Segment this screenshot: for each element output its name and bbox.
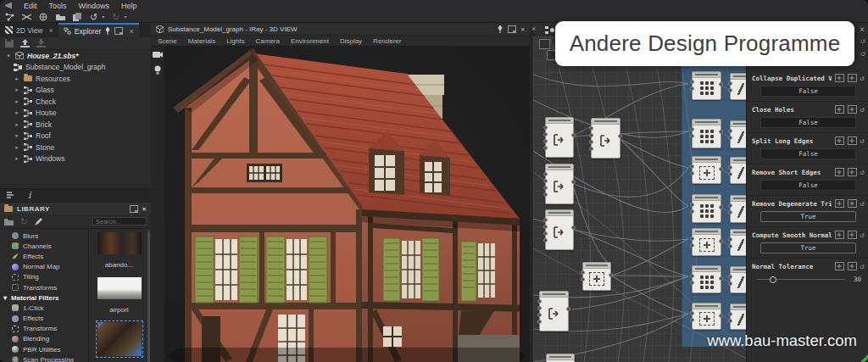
reset-icon[interactable]: ↺ — [860, 231, 865, 238]
refresh-icon[interactable]: ↻ — [20, 217, 28, 226]
menu-materials[interactable]: Materials — [188, 37, 215, 45]
graph-node-scatter[interactable] — [730, 229, 746, 256]
float-panel-icon[interactable] — [114, 27, 123, 35]
library-item-1-click[interactable]: 1-Click — [0, 303, 88, 313]
tree-item-stone[interactable]: ▸ Stone — [0, 142, 151, 153]
save-icon[interactable] — [5, 39, 14, 47]
expose-icon[interactable] — [848, 74, 857, 82]
reset-icon[interactable]: ↺ — [860, 200, 865, 207]
lightbulb-icon[interactable] — [154, 65, 161, 75]
reset-icon[interactable]: ↺ — [860, 169, 865, 175]
graph-node-partial[interactable] — [546, 354, 575, 362]
menu-windows[interactable]: Windows — [79, 2, 110, 10]
menu-environment[interactable]: Environment — [291, 37, 329, 45]
chevron-right-icon[interactable]: ▸ — [14, 86, 20, 93]
expose-icon[interactable] — [848, 262, 857, 270]
close-2d-view-icon[interactable]: × — [49, 26, 53, 35]
property-value[interactable]: False — [760, 86, 856, 97]
publish-icon[interactable] — [39, 13, 48, 21]
expose-icon[interactable] — [848, 199, 857, 208]
graph-node-scatter[interactable] — [730, 304, 746, 330]
tree-root[interactable]: ▾ House_21.sbs* — [0, 50, 151, 62]
menu-lights[interactable]: Lights — [226, 37, 244, 45]
export-icon[interactable] — [20, 39, 30, 47]
library-item-blurs[interactable]: Blurs — [0, 231, 88, 241]
menu-edit[interactable]: Edit — [24, 2, 37, 10]
open-folder-icon[interactable] — [56, 13, 65, 21]
tree-item-house[interactable]: ▸ House — [0, 108, 151, 120]
tree-item-roof[interactable]: ▸ Roof — [0, 131, 151, 142]
tree-item-model-graph[interactable]: Substance_Model_graph — [0, 62, 151, 74]
library-item-normal-map[interactable]: Normal Map — [0, 262, 88, 272]
function-icon[interactable] — [835, 231, 844, 239]
property-value[interactable]: True — [760, 242, 856, 253]
thumbnail-airport[interactable] — [97, 277, 142, 299]
graph-node-uv-unwrap[interactable] — [692, 71, 721, 100]
chevron-right-icon[interactable]: ▸ — [14, 155, 20, 162]
graph-node-scatter[interactable] — [730, 195, 746, 223]
graph-node-transform[interactable] — [692, 303, 721, 330]
graph-node-merge[interactable] — [545, 117, 574, 158]
property-value[interactable]: False — [760, 117, 856, 128]
chevron-right-icon[interactable]: ▸ — [14, 121, 20, 128]
tree-item-brick[interactable]: ▸ Brick — [0, 119, 151, 131]
library-item-effects[interactable]: Effects — [0, 251, 88, 261]
tab-2d-view[interactable]: 2D View × — [0, 23, 58, 37]
function-icon[interactable] — [835, 74, 844, 82]
library-item-pbr-utilities[interactable]: PBR Utilities — [0, 344, 88, 354]
library-item-scan-processing[interactable]: Scan Processing — [0, 354, 88, 362]
close-graph-icon[interactable]: × — [531, 25, 536, 33]
tree-item-check[interactable]: ▸ Check — [0, 96, 151, 108]
close-viewport-icon[interactable]: × — [520, 25, 525, 33]
graph-node-transform[interactable] — [582, 262, 611, 291]
function-icon[interactable] — [835, 168, 844, 176]
slider-handle[interactable] — [770, 276, 776, 283]
marquee-select-icon[interactable] — [539, 39, 550, 49]
graph-node-scatter[interactable] — [730, 266, 746, 293]
chevron-right-icon[interactable]: ▸ — [14, 75, 20, 82]
camera-icon[interactable] — [153, 51, 163, 58]
graph-node-scatter[interactable] — [730, 73, 746, 100]
graph-node-uv-unwrap[interactable] — [692, 194, 721, 223]
switch-graph-icon[interactable] — [22, 13, 31, 21]
search-input[interactable] — [92, 217, 147, 226]
close-library-icon[interactable]: × — [142, 205, 147, 213]
info-tab-icon[interactable]: i — [28, 190, 31, 201]
reset-icon[interactable]: ↺ — [860, 75, 865, 81]
tree-item-resources[interactable]: ▸ Resources — [0, 73, 151, 85]
chevron-right-icon[interactable]: ▸ — [14, 98, 20, 105]
pin-icon[interactable] — [104, 27, 111, 35]
graph-node-merge[interactable] — [545, 164, 574, 204]
graph-canvas[interactable]: beam — [533, 36, 746, 362]
library-item-transforms[interactable]: Transforms — [0, 282, 88, 292]
expose-icon[interactable] — [848, 136, 857, 145]
function-icon[interactable] — [835, 105, 844, 114]
tree-item-glass[interactable]: ▸ Glass — [0, 85, 151, 97]
library-item-effects-2[interactable]: Effects — [0, 314, 88, 324]
expose-icon[interactable] — [848, 105, 857, 114]
import-icon[interactable] — [36, 39, 46, 47]
library-item-blending[interactable]: Blending — [0, 334, 88, 344]
new-file-icon[interactable] — [73, 13, 82, 21]
menu-tools[interactable]: Tools — [49, 2, 67, 10]
graph-node-scatter[interactable] — [730, 120, 746, 148]
edit-pencil-icon[interactable] — [35, 218, 42, 226]
menu-scene[interactable]: Scene — [158, 37, 177, 45]
graph-node-uv-unwrap[interactable] — [692, 119, 721, 148]
link-nodes-icon[interactable] — [5, 13, 14, 21]
close-explorer-icon[interactable]: × — [129, 27, 133, 36]
graph-node-scatter[interactable] — [730, 157, 746, 184]
library-item-tiling[interactable]: Tiling — [0, 272, 88, 282]
redo-caret-icon[interactable]: ▾ — [124, 14, 126, 19]
thumbnail-abandoned[interactable] — [97, 232, 142, 254]
redo-icon[interactable]: ↻ — [112, 13, 120, 21]
new-folder-icon[interactable] — [4, 218, 14, 226]
tree-item-windows[interactable]: ▸ Windows — [0, 153, 151, 165]
thumbnails-scrollbar[interactable] — [147, 231, 150, 362]
graph-node-merge[interactable] — [591, 118, 620, 159]
chevron-right-icon[interactable]: ▸ — [14, 109, 20, 116]
menu-help[interactable]: Help — [121, 2, 137, 10]
float-panel-icon[interactable] — [130, 205, 138, 213]
reset-icon[interactable]: ↺ — [861, 36, 865, 45]
close-properties-icon[interactable]: × — [860, 25, 865, 34]
